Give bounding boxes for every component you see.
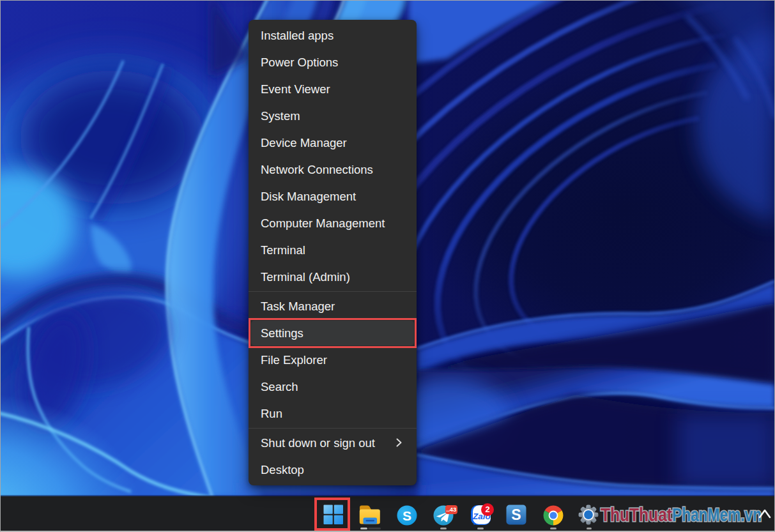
svg-text:S: S: [403, 508, 411, 523]
svg-text:PhanMem.vn: PhanMem.vn: [672, 504, 762, 525]
svg-text:S: S: [511, 506, 521, 523]
svg-text:ThuThuat: ThuThuat: [601, 504, 672, 525]
